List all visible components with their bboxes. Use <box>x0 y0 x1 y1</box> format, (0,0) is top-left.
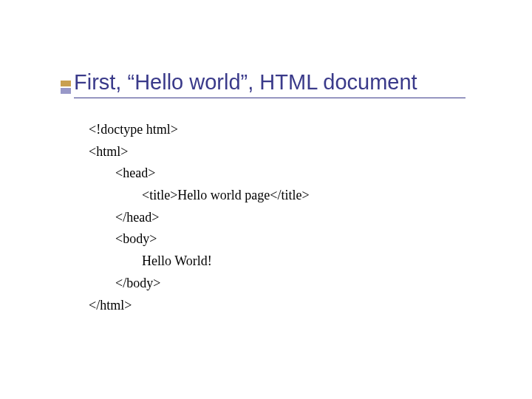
code-line: Hello World! <box>89 250 532 273</box>
slide-container: First, “Hello world”, HTML document <!do… <box>0 0 532 316</box>
title-decoration-icon <box>61 81 71 95</box>
code-line: </html> <box>89 295 532 317</box>
slide-title: First, “Hello world”, HTML document <box>74 70 466 98</box>
code-block: <!doctype html> <html> <head> <title>Hel… <box>74 119 532 316</box>
code-line: <!doctype html> <box>89 119 532 141</box>
title-wrapper: First, “Hello world”, HTML document <box>74 70 532 98</box>
code-line: <body> <box>89 228 532 250</box>
code-line: </head> <box>89 207 532 229</box>
code-line: <html> <box>89 141 532 163</box>
code-line: </body> <box>89 273 532 295</box>
code-line: <title>Hello world page</title> <box>89 185 532 207</box>
code-line: <head> <box>89 163 532 185</box>
